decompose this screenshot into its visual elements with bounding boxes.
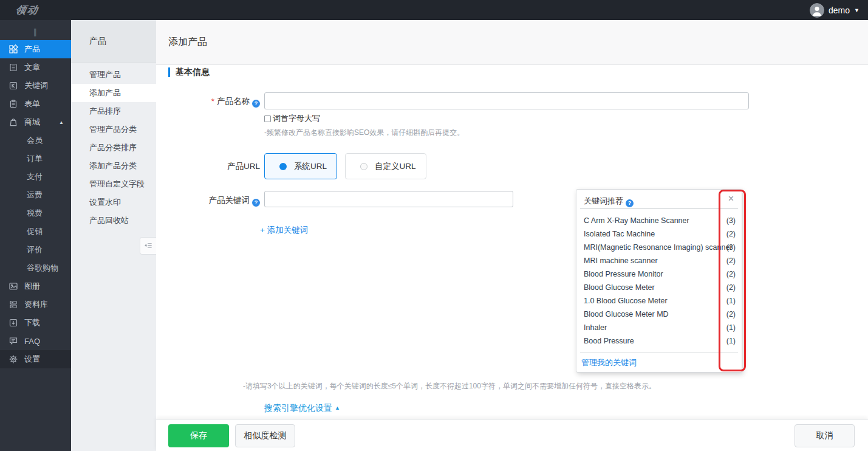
keyword-suggestion-row[interactable]: Blood Glucose Meter(2) (576, 281, 742, 294)
keyword-icon (9, 81, 18, 91)
sidebar-item-faq[interactable]: FAQ (0, 332, 71, 350)
custom-url-option[interactable]: 自定义URL (345, 153, 426, 179)
save-button[interactable]: 保存 (168, 424, 229, 447)
keyword-suggestion-row[interactable]: MRI(Magnetic Resonance Imaging) scanner(… (576, 241, 742, 254)
sidebar-item-products[interactable]: 产品 (0, 40, 71, 58)
sidebar-item-promotion[interactable]: 促销 (0, 222, 71, 241)
app-window: 领动 demo ▼ ∥ 产品文章关键词表单商城▲会员订单支付运费税费促销评价谷歌… (0, 0, 868, 451)
popup-divider (580, 353, 738, 353)
sidebar-menu: 产品文章关键词表单商城▲会员订单支付运费税费促销评价谷歌购物图册资料库下载FAQ… (0, 40, 71, 368)
help-icon[interactable]: ? (626, 199, 634, 207)
sidebar-item-label: 支付 (27, 171, 43, 182)
sidebar-item-articles[interactable]: 文章 (0, 58, 71, 77)
submenu-item-label: 管理自定义字段 (89, 179, 145, 190)
radio-selected-icon (279, 163, 287, 170)
chevron-up-icon: ▲ (335, 405, 340, 411)
sidebar-item-keywords[interactable]: 关键词 (0, 77, 71, 95)
sidebar-item-gallery[interactable]: 图册 (0, 277, 71, 295)
user-name: demo (829, 5, 850, 15)
keyword-count: (2) (726, 254, 736, 267)
secondary-collapse-button[interactable] (140, 237, 156, 255)
seo-settings-toggle[interactable]: 搜索引擎优化设置▲ (264, 403, 340, 414)
submenu-item-manage-product-categories[interactable]: 管理产品分类 (71, 120, 156, 139)
sidebar-item-mall[interactable]: 商城▲ (0, 113, 71, 131)
sidebar-item-orders[interactable]: 订单 (0, 150, 71, 168)
product-name-note: -频繁修改产品名称直接影响SEO效果，请仔细斟酌后再提交。 (264, 128, 464, 138)
sidebar-collapse-handle[interactable]: ∥ (0, 23, 71, 40)
required-asterisk: * (211, 97, 214, 106)
sidebar-item-library[interactable]: 资料库 (0, 295, 71, 314)
submenu-item-label: 产品排序 (89, 106, 121, 117)
main-sidebar: ∥ 产品文章关键词表单商城▲会员订单支付运费税费促销评价谷歌购物图册资料库下载F… (0, 20, 71, 451)
sidebar-item-label: FAQ (24, 337, 40, 346)
sidebar-item-label: 促销 (27, 226, 43, 237)
keyword-suggestion-row[interactable]: Isolated Tac Machine(2) (576, 227, 742, 241)
help-icon[interactable]: ? (252, 100, 260, 108)
brand-logo: 领动 (15, 3, 41, 17)
keyword-suggestion-row[interactable]: 1.0 Blood Glucose Meter(1) (576, 294, 742, 308)
keyword-suggestion-row[interactable]: MRI machine scanner(2) (576, 254, 742, 267)
close-icon[interactable]: × (728, 194, 734, 204)
submenu-item-product-sort[interactable]: 产品排序 (71, 102, 156, 120)
grid-icon (9, 44, 18, 54)
submenu-item-add-product-category[interactable]: 添加产品分类 (71, 157, 156, 175)
sidebar-item-shipping[interactable]: 运费 (0, 186, 71, 204)
product-keyword-input[interactable] (264, 191, 513, 207)
submenu-item-label: 添加产品分类 (89, 160, 137, 171)
sidebar-item-members[interactable]: 会员 (0, 131, 71, 150)
capitalize-checkbox[interactable] (264, 115, 271, 122)
keyword-suggestion-row[interactable]: Inhaler(1) (576, 321, 742, 334)
submenu-item-custom-fields[interactable]: 管理自定义字段 (71, 175, 156, 193)
sidebar-item-label: 商城 (24, 117, 40, 128)
keyword-count: (1) (726, 334, 736, 348)
mall-icon (9, 117, 18, 127)
sidebar-item-download[interactable]: 下载 (0, 314, 71, 332)
sidebar-item-reviews[interactable]: 评价 (0, 241, 71, 259)
submenu-item-add-product[interactable]: 添加产品 (71, 84, 156, 102)
library-icon (9, 300, 18, 309)
sidebar-item-label: 订单 (27, 153, 43, 164)
submenu-item-product-category-sort[interactable]: 产品分类排序 (71, 139, 156, 157)
secondary-menu: 管理产品添加产品产品排序管理产品分类产品分类排序添加产品分类管理自定义字段设置水… (71, 66, 156, 230)
submenu-item-manage-products[interactable]: 管理产品 (71, 66, 156, 84)
keyword-suggestion-row[interactable]: Blood Glucose Meter MD(2) (576, 308, 742, 321)
sidebar-item-tax[interactable]: 税费 (0, 204, 71, 222)
section-basic-info: 基本信息 (168, 67, 210, 78)
chevron-up-icon: ▲ (59, 120, 64, 125)
keyword-text: MRI(Magnetic Resonance Imaging) scanner (584, 241, 733, 254)
keyword-suggestion-row[interactable]: C Arm X-Ray Machine Scanner(3) (576, 214, 742, 227)
submenu-item-watermark[interactable]: 设置水印 (71, 193, 156, 212)
product-url-label: 产品URL (146, 161, 260, 172)
submenu-item-recycle-bin[interactable]: 产品回收站 (71, 212, 156, 230)
popup-title: 关键词推荐? (584, 196, 634, 207)
system-url-option[interactable]: 系统URL (264, 153, 337, 179)
help-icon[interactable]: ? (252, 199, 260, 207)
sidebar-item-settings[interactable]: 设置 (0, 350, 71, 368)
keyword-suggestion-row[interactable]: Blood Pressure Monitor(2) (576, 267, 742, 281)
capitalize-checkbox-label: 词首字母大写 (273, 113, 320, 124)
page-header: 添加产品 (156, 20, 868, 65)
sidebar-item-label: 税费 (27, 208, 43, 219)
keyword-suggestion-row[interactable]: Bood Pressure(1) (576, 334, 742, 348)
submenu-item-label: 管理产品 (89, 69, 121, 80)
sidebar-item-payment[interactable]: 支付 (0, 168, 71, 186)
sidebar-item-google-shopping[interactable]: 谷歌购物 (0, 259, 71, 277)
keyword-count: (3) (726, 214, 736, 227)
product-name-input[interactable] (264, 92, 749, 109)
popup-divider (580, 208, 738, 209)
page-title: 添加产品 (168, 36, 207, 49)
similarity-check-button[interactable]: 相似度检测 (235, 424, 295, 447)
sidebar-item-label: 设置 (24, 354, 40, 365)
sidebar-item-label: 关键词 (24, 80, 48, 91)
sidebar-item-forms[interactable]: 表单 (0, 95, 71, 113)
add-keyword-link[interactable]: + 添加关键词 (260, 225, 308, 236)
keyword-suggestion-list: C Arm X-Ray Machine Scanner(3)Isolated T… (576, 214, 742, 348)
keyword-count: (1) (726, 321, 736, 334)
keyword-count: (2) (726, 308, 736, 321)
top-bar: 领动 demo ▼ (0, 0, 868, 20)
section-accent-bar (168, 67, 170, 77)
user-menu[interactable]: demo ▼ (810, 0, 859, 20)
manage-keywords-link[interactable]: 管理我的关键词 (581, 357, 637, 368)
form-icon (9, 99, 18, 109)
cancel-button[interactable]: 取消 (795, 424, 855, 447)
